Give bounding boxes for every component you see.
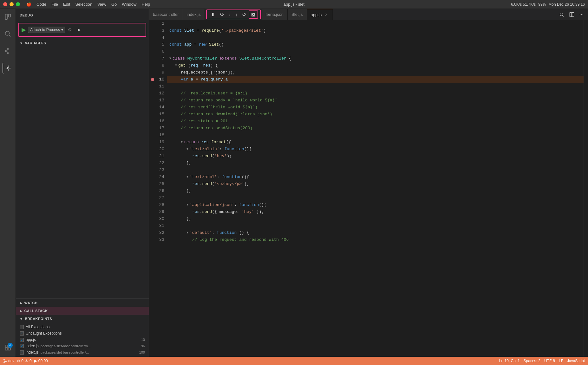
sidebar-item-git[interactable] xyxy=(3,46,13,56)
code-line-4[interactable] xyxy=(167,34,584,41)
code-line-24[interactable]: ▼'text/html': function(){ xyxy=(167,174,584,181)
step-into-button[interactable]: ↓ xyxy=(227,11,233,18)
cursor-position[interactable]: Ln 10, Col 1 xyxy=(499,359,520,363)
breakpoint-indexjs-2[interactable]: ✓ index.js packages/slet-basecontroller/… xyxy=(20,349,145,355)
code-line-26[interactable]: }, xyxy=(167,188,584,195)
code-line-20[interactable]: ▼'text/plain': function(){ xyxy=(167,146,584,153)
line-number-19[interactable]: 19 xyxy=(149,139,167,146)
line-number-23[interactable]: 23 xyxy=(149,167,167,174)
menu-code[interactable]: Code xyxy=(36,2,46,7)
split-editor-button[interactable] xyxy=(567,11,576,18)
fold-icon-line-20[interactable]: ▼ xyxy=(186,146,188,153)
line-number-25[interactable]: 25 xyxy=(149,181,167,188)
line-number-31[interactable]: 31 xyxy=(149,222,167,229)
minimize-window-button[interactable] xyxy=(10,2,14,6)
code-line-31[interactable] xyxy=(167,222,584,229)
restart-button[interactable]: ↺ xyxy=(240,10,248,19)
line-number-6[interactable]: 6 xyxy=(149,48,167,55)
breakpoints-header[interactable]: ▼ BREAKPOINTS xyxy=(16,315,149,323)
line-number-13[interactable]: 13 xyxy=(149,97,167,104)
line-ending[interactable]: LF xyxy=(559,359,563,363)
code-line-29[interactable]: res.send({ message: 'hey' }); xyxy=(167,208,584,215)
line-number-27[interactable]: 27 xyxy=(149,195,167,202)
fold-icon-line-24[interactable]: ▼ xyxy=(186,174,188,181)
spaces[interactable]: Spaces: 2 xyxy=(524,359,540,363)
editor-search-button[interactable] xyxy=(557,11,566,18)
code-line-28[interactable]: ▼'application/json': function(){ xyxy=(167,202,584,208)
menu-selection[interactable]: Selection xyxy=(75,2,92,7)
line-number-26[interactable]: 26 xyxy=(149,188,167,195)
menu-file[interactable]: File xyxy=(51,2,58,7)
code-line-15[interactable]: // return res.download('/lerna.json') xyxy=(167,111,584,118)
code-line-5[interactable]: const app = new Slet() xyxy=(167,41,584,48)
watch-header[interactable]: ▶ WATCH xyxy=(16,299,149,307)
close-tab-button[interactable]: × xyxy=(323,12,329,17)
line-number-2[interactable]: 2 xyxy=(149,20,167,27)
line-number-9[interactable]: 9 xyxy=(149,69,167,76)
line-number-12[interactable]: 12 xyxy=(149,90,167,97)
line-number-10[interactable]: 10 xyxy=(149,76,167,83)
git-branch[interactable]: dev xyxy=(3,359,14,363)
code-line-17[interactable]: // return res.sendStatus(200) xyxy=(167,125,584,132)
code-line-9[interactable]: req.accepts(['json']); xyxy=(167,69,584,76)
line-number-8[interactable]: 8 xyxy=(149,62,167,69)
maximize-window-button[interactable] xyxy=(16,2,20,6)
vertical-scrollbar[interactable] xyxy=(584,20,588,357)
code-line-16[interactable]: // res.status = 201 xyxy=(167,118,584,125)
line-number-15[interactable]: 15 xyxy=(149,111,167,118)
line-number-4[interactable]: 4 xyxy=(149,34,167,41)
code-line-11[interactable] xyxy=(167,83,584,90)
debug-time[interactable]: ▶ 00:00 xyxy=(34,359,48,363)
line-number-30[interactable]: 30 xyxy=(149,215,167,222)
editor-content[interactable]: 2345678910111213141516171819202122232425… xyxy=(149,20,588,357)
line-number-32[interactable]: 32 xyxy=(149,229,167,236)
line-number-18[interactable]: 18 xyxy=(149,132,167,139)
line-number-14[interactable]: 14 xyxy=(149,104,167,111)
code-line-2[interactable] xyxy=(167,20,584,27)
fold-icon-line-28[interactable]: ▼ xyxy=(186,202,188,208)
breakpoint-indexjs-1[interactable]: ✓ index.js packages/slet-basecontroller/… xyxy=(20,343,145,349)
fold-icon-line-7[interactable]: ▼ xyxy=(169,55,171,62)
close-window-button[interactable] xyxy=(3,2,7,6)
callstack-header[interactable]: ▶ CALL STACK xyxy=(16,307,149,315)
line-number-33[interactable]: 33 xyxy=(149,236,167,243)
fold-icon-line-8[interactable]: ▼ xyxy=(175,62,177,69)
open-terminal-button[interactable]: ▶ xyxy=(76,26,82,33)
sidebar-item-extensions[interactable]: 4 xyxy=(3,342,13,353)
line-number-21[interactable]: 21 xyxy=(149,153,167,160)
line-number-22[interactable]: 22 xyxy=(149,160,167,167)
menu-edit[interactable]: Edit xyxy=(63,2,70,7)
code-line-33[interactable]: // log the request and respond with 406 xyxy=(167,236,584,243)
code-line-10[interactable]: var a = req.query.a xyxy=(167,76,584,83)
code-line-22[interactable]: }, xyxy=(167,160,584,167)
menu-apple[interactable]: 🍎 xyxy=(26,2,31,7)
appjs-checkbox[interactable]: ✓ xyxy=(20,338,24,342)
menu-go[interactable]: Go xyxy=(111,2,117,7)
stop-button[interactable] xyxy=(249,10,258,19)
code-line-25[interactable]: res.send('<p>hey</p>'); xyxy=(167,181,584,188)
debug-settings-button[interactable]: ⚙ xyxy=(67,27,73,33)
line-number-3[interactable]: 3 xyxy=(149,27,167,34)
error-count[interactable]: ⊗ 0 ⚠ 0 xyxy=(17,359,31,363)
tab-basecontroller[interactable]: basecontroller xyxy=(149,9,183,20)
run-debug-button[interactable]: ▶ xyxy=(22,26,26,33)
tab-lernajson[interactable]: lerna.json xyxy=(262,9,288,20)
code-line-18[interactable] xyxy=(167,132,584,139)
tab-indexjs[interactable]: index.js xyxy=(183,9,205,20)
sidebar-item-explorer[interactable] xyxy=(3,11,13,22)
code-line-8[interactable]: ▼get (req, res) { xyxy=(167,62,584,69)
code-line-21[interactable]: res.send('hey'); xyxy=(167,153,584,160)
debug-config-selector[interactable]: Attach to Process ▾ xyxy=(28,27,65,33)
code-line-12[interactable]: // res.locals.user = {a:1} xyxy=(167,90,584,97)
variables-header[interactable]: ▼ VARIABLES xyxy=(20,40,145,46)
menu-view[interactable]: View xyxy=(97,2,106,7)
fold-icon-line-19[interactable]: ▼ xyxy=(181,139,183,146)
breakpoint-appjs[interactable]: ✓ app.js 10 xyxy=(20,336,145,343)
line-number-29[interactable]: 29 xyxy=(149,208,167,215)
menu-help[interactable]: Help xyxy=(141,2,150,7)
step-out-button[interactable]: ↑ xyxy=(233,11,239,18)
step-over-button[interactable]: ⟳ xyxy=(218,10,226,19)
menu-window[interactable]: Window xyxy=(122,2,136,7)
indexjs2-checkbox[interactable]: ✓ xyxy=(20,350,24,355)
all-exceptions-checkbox[interactable] xyxy=(20,325,24,329)
